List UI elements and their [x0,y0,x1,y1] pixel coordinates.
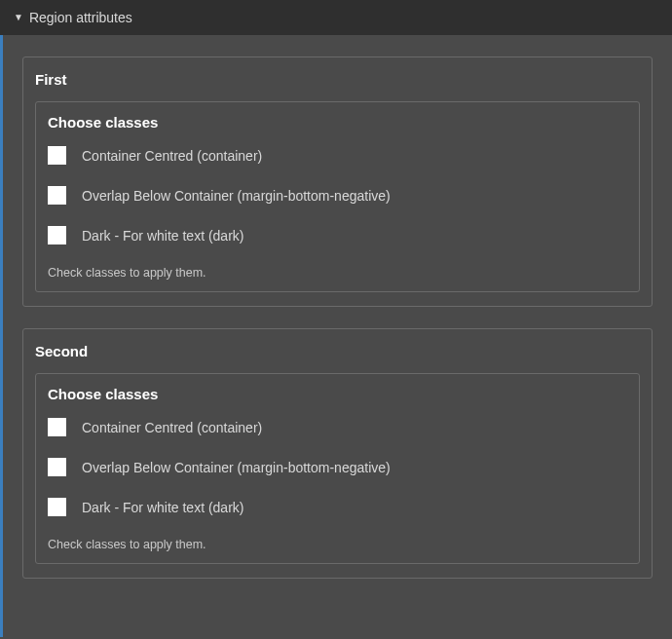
help-text: Check classes to apply them. [48,266,627,280]
region-title: Second [35,343,640,359]
checkbox-label[interactable]: Overlap Below Container (margin-bottom-n… [82,460,391,475]
checkbox-row: Dark - For white text (dark) [48,498,627,516]
region-group-first: First Choose classes Container Centred (… [22,56,653,307]
region-attributes-header[interactable]: ▼ Region attributes [0,0,672,35]
checkbox-label[interactable]: Container Centred (container) [82,148,262,164]
region-title: First [35,71,640,88]
checkbox-row: Container Centred (container) [48,418,627,436]
checkbox-label[interactable]: Dark - For white text (dark) [82,500,243,515]
checkbox-overlap-below[interactable] [48,458,66,476]
region-attributes-content: First Choose classes Container Centred (… [0,35,672,637]
caret-down-icon: ▼ [14,13,23,22]
checkbox-dark[interactable] [48,226,66,244]
checkbox-dark[interactable] [48,498,66,516]
checkbox-label[interactable]: Container Centred (container) [82,420,262,435]
classes-group: Choose classes Container Centred (contai… [35,373,640,564]
checkbox-row: Container Centred (container) [48,146,627,165]
checkbox-overlap-below[interactable] [48,186,66,205]
checkbox-label[interactable]: Dark - For white text (dark) [82,228,243,244]
checkbox-row: Dark - For white text (dark) [48,226,627,244]
header-title: Region attributes [29,10,132,25]
classes-title: Choose classes [48,114,627,131]
checkbox-row: Overlap Below Container (margin-bottom-n… [48,186,627,205]
checkbox-container-centred[interactable] [48,146,66,165]
classes-title: Choose classes [48,386,627,402]
checkbox-container-centred[interactable] [48,418,66,436]
checkbox-row: Overlap Below Container (margin-bottom-n… [48,458,627,476]
help-text: Check classes to apply them. [48,538,627,551]
region-group-second: Second Choose classes Container Centred … [22,328,653,579]
checkbox-label[interactable]: Overlap Below Container (margin-bottom-n… [82,188,391,204]
classes-group: Choose classes Container Centred (contai… [35,101,640,292]
